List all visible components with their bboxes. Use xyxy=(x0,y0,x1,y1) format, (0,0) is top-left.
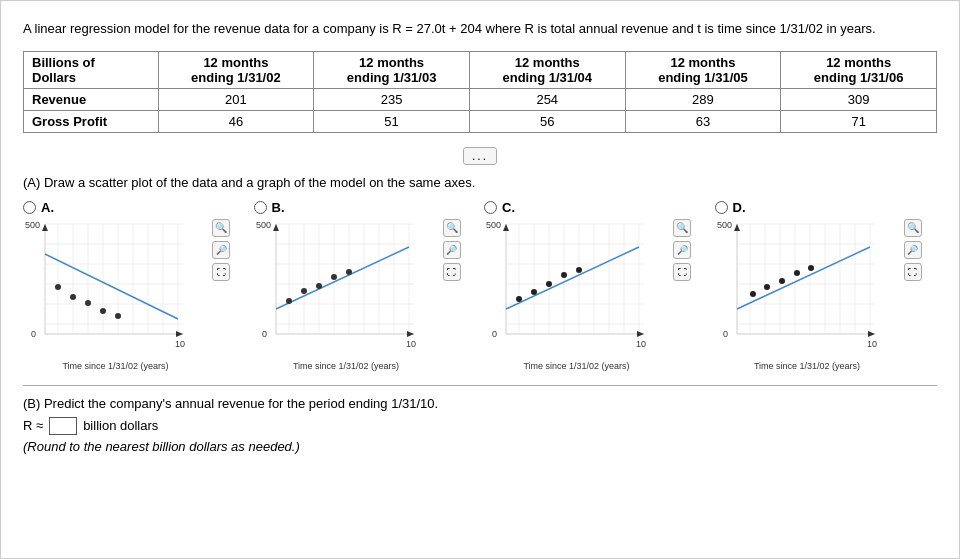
svg-text:0: 0 xyxy=(723,329,728,339)
svg-text:0: 0 xyxy=(492,329,497,339)
svg-point-77 xyxy=(516,296,522,302)
svg-text:500: 500 xyxy=(256,220,271,230)
table-gross-1: 46 xyxy=(158,110,314,132)
graph-b: 500 0 10 Time since 1/31/02 (years) xyxy=(254,219,439,371)
graph-d: 500 0 10 Time since 1/31/02 (years) xyxy=(715,219,900,371)
chart-b-svg: 500 0 10 xyxy=(254,219,424,359)
chart-a-icons: 🔍 🔎 ⛶ xyxy=(212,219,230,281)
question-b-label: (B) Predict the company's annual revenue… xyxy=(23,396,937,411)
option-c-letter: C. xyxy=(502,200,515,215)
svg-marker-55 xyxy=(407,331,414,337)
option-c-item: C. xyxy=(484,200,707,371)
svg-marker-54 xyxy=(273,224,279,231)
svg-point-25 xyxy=(115,313,121,319)
answer-suffix: billion dollars xyxy=(83,418,158,433)
radio-d[interactable] xyxy=(715,201,728,214)
answer-row: R ≈ billion dollars xyxy=(23,417,937,435)
option-a-item: A. xyxy=(23,200,246,371)
option-b-item: B. xyxy=(254,200,477,371)
table-col-5-h1: 12 monthsending 1/31/06 xyxy=(781,51,937,88)
table-gross-4: 63 xyxy=(625,110,781,132)
table-revenue-label: Revenue xyxy=(24,88,159,110)
svg-text:10: 10 xyxy=(406,339,416,349)
search-icon-a[interactable]: 🔍 xyxy=(212,219,230,237)
search-icon-c[interactable]: 🔍 xyxy=(673,219,691,237)
answer-input-box[interactable] xyxy=(49,417,77,435)
svg-point-51 xyxy=(316,283,322,289)
option-a-letter: A. xyxy=(41,200,54,215)
table-revenue-2: 235 xyxy=(314,88,470,110)
chart-d-xlabel: Time since 1/31/02 (years) xyxy=(715,361,900,371)
table-revenue-4: 289 xyxy=(625,88,781,110)
svg-point-106 xyxy=(764,284,770,290)
expand-icon-a[interactable]: ⛶ xyxy=(212,263,230,281)
svg-marker-26 xyxy=(42,224,48,231)
chart-d-svg: 500 0 10 xyxy=(715,219,885,359)
graph-a: 500 0 10 Time since 1/31/02 (years) xyxy=(23,219,208,371)
svg-point-21 xyxy=(55,284,61,290)
svg-marker-110 xyxy=(734,224,740,231)
expand-icon-b[interactable]: ⛶ xyxy=(443,263,461,281)
table-gross-3: 56 xyxy=(469,110,625,132)
svg-line-76 xyxy=(506,247,639,309)
table-gross-2: 51 xyxy=(314,110,470,132)
table-col-3-h1: 12 monthsending 1/31/04 xyxy=(469,51,625,88)
zoom-icon-d[interactable]: 🔎 xyxy=(904,241,922,259)
svg-point-52 xyxy=(331,274,337,280)
svg-point-81 xyxy=(576,267,582,273)
svg-point-24 xyxy=(100,308,106,314)
svg-point-49 xyxy=(286,298,292,304)
chart-a-svg: 500 0 10 xyxy=(23,219,193,359)
search-icon-b[interactable]: 🔍 xyxy=(443,219,461,237)
zoom-icon-a[interactable]: 🔎 xyxy=(212,241,230,259)
svg-point-107 xyxy=(779,278,785,284)
bottom-section: (B) Predict the company's annual revenue… xyxy=(23,396,937,454)
question-a-label: (A) Draw a scatter plot of the data and … xyxy=(23,175,937,190)
table-revenue-3: 254 xyxy=(469,88,625,110)
table-gross-label: Gross Profit xyxy=(24,110,159,132)
expand-icon-c[interactable]: ⛶ xyxy=(673,263,691,281)
expand-icon-d[interactable]: ⛶ xyxy=(904,263,922,281)
svg-marker-83 xyxy=(637,331,644,337)
svg-point-53 xyxy=(346,269,352,275)
radio-a[interactable] xyxy=(23,201,36,214)
svg-line-104 xyxy=(737,247,870,309)
svg-line-48 xyxy=(276,247,409,309)
option-d-item: D. xyxy=(715,200,938,371)
graph-c: 500 0 10 Time since 1/31/02 (years) xyxy=(484,219,669,371)
svg-marker-27 xyxy=(176,331,183,337)
table-col-2-h1: 12 monthsending 1/31/03 xyxy=(314,51,470,88)
svg-text:0: 0 xyxy=(262,329,267,339)
svg-point-50 xyxy=(301,288,307,294)
svg-text:500: 500 xyxy=(486,220,501,230)
chart-c-xlabel: Time since 1/31/02 (years) xyxy=(484,361,669,371)
ellipsis-button[interactable]: ... xyxy=(463,147,497,165)
svg-marker-82 xyxy=(503,224,509,231)
svg-point-23 xyxy=(85,300,91,306)
table-revenue-1: 201 xyxy=(158,88,314,110)
table-header-label: Billions of Dollars xyxy=(24,51,159,88)
chart-b-xlabel: Time since 1/31/02 (years) xyxy=(254,361,439,371)
chart-b-icons: 🔍 🔎 ⛶ xyxy=(443,219,461,281)
data-table: Billions of Dollars 12 monthsending 1/31… xyxy=(23,51,937,133)
zoom-icon-b[interactable]: 🔎 xyxy=(443,241,461,259)
answer-prefix: R ≈ xyxy=(23,418,43,433)
search-icon-d[interactable]: 🔍 xyxy=(904,219,922,237)
svg-point-78 xyxy=(531,289,537,295)
chart-d-icons: 🔍 🔎 ⛶ xyxy=(904,219,922,281)
svg-text:10: 10 xyxy=(867,339,877,349)
svg-text:10: 10 xyxy=(175,339,185,349)
table-col-4-h1: 12 monthsending 1/31/05 xyxy=(625,51,781,88)
svg-point-80 xyxy=(561,272,567,278)
option-b-letter: B. xyxy=(272,200,285,215)
chart-c-icons: 🔍 🔎 ⛶ xyxy=(673,219,691,281)
svg-point-109 xyxy=(808,265,814,271)
table-gross-5: 71 xyxy=(781,110,937,132)
svg-point-79 xyxy=(546,281,552,287)
radio-b[interactable] xyxy=(254,201,267,214)
zoom-icon-c[interactable]: 🔎 xyxy=(673,241,691,259)
svg-point-22 xyxy=(70,294,76,300)
options-row: A. xyxy=(23,200,937,371)
radio-c[interactable] xyxy=(484,201,497,214)
svg-marker-111 xyxy=(868,331,875,337)
